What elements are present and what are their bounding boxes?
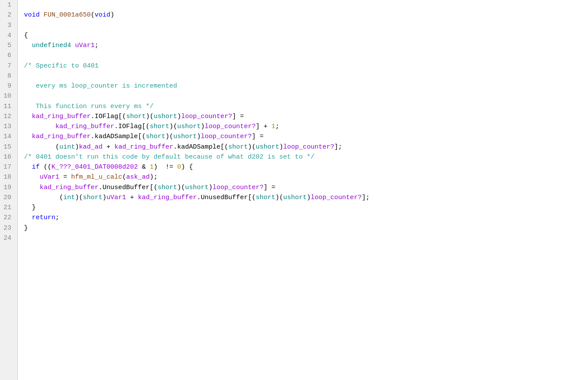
code-line-3 bbox=[24, 20, 588, 31]
line-num-11: 11 bbox=[3, 102, 14, 112]
code-line-7: /* Specific to 0401 bbox=[24, 61, 588, 71]
line-num-2: 2 bbox=[3, 10, 14, 20]
code-line-1 bbox=[24, 0, 588, 10]
code-line-11: This function runs every ms */ bbox=[24, 102, 588, 112]
code-line-15: (uint)kad_ad + kad_ring_buffer.kadADSamp… bbox=[24, 142, 588, 152]
line-num-15: 15 bbox=[3, 142, 14, 152]
code-text-area[interactable]: void FUN_0001a650(void) { undefined4 uVa… bbox=[18, 0, 588, 380]
code-line-14: kad_ring_buffer.kadADSample[(short)(usho… bbox=[24, 132, 588, 142]
code-line-10 bbox=[24, 91, 588, 101]
line-num-20: 20 bbox=[3, 193, 14, 203]
code-line-22: return; bbox=[24, 213, 588, 223]
code-line-18: uVar1 = hfm_ml_u_calc(ask_ad); bbox=[24, 172, 588, 182]
code-line-2: void FUN_0001a650(void) bbox=[24, 10, 588, 20]
line-num-6: 6 bbox=[3, 51, 14, 61]
code-line-8 bbox=[24, 71, 588, 81]
code-line-17: if ((K_???_0401_DAT0008d202 & 1) != 0) { bbox=[24, 162, 588, 172]
code-line-5: undefined4 uVar1; bbox=[24, 41, 588, 51]
line-num-5: 5 bbox=[3, 41, 14, 51]
line-num-18: 18 bbox=[3, 172, 14, 182]
code-line-21: } bbox=[24, 203, 588, 213]
line-num-13: 13 bbox=[3, 122, 14, 132]
line-num-4: 4 bbox=[3, 31, 14, 41]
code-line-20: (int)(short)uVar1 + kad_ring_buffer.Unus… bbox=[24, 193, 588, 203]
code-editor: 1 2 3 4 5 6 7 8 9 10 11 12 13 14 15 16 1… bbox=[0, 0, 588, 380]
line-num-1: 1 bbox=[3, 0, 14, 10]
line-num-9: 9 bbox=[3, 81, 14, 91]
code-line-19: kad_ring_buffer.UnusedBuffer[(short)(ush… bbox=[24, 183, 588, 193]
line-num-17: 17 bbox=[3, 162, 14, 172]
line-num-8: 8 bbox=[3, 71, 14, 81]
line-num-24: 24 bbox=[3, 233, 14, 243]
line-num-21: 21 bbox=[3, 203, 14, 213]
line-num-10: 10 bbox=[3, 91, 14, 101]
code-line-13: kad_ring_buffer.IOFlag[(short)(ushort)lo… bbox=[24, 122, 588, 132]
code-line-24 bbox=[24, 233, 588, 243]
line-num-3: 3 bbox=[3, 20, 14, 31]
code-line-23: } bbox=[24, 223, 588, 233]
line-num-19: 19 bbox=[3, 183, 14, 193]
code-line-9: every ms loop_counter is incremented bbox=[24, 81, 588, 91]
code-line-4: { bbox=[24, 31, 588, 41]
code-line-16: /* 0401 doesn't run this code by default… bbox=[24, 152, 588, 162]
line-number-gutter: 1 2 3 4 5 6 7 8 9 10 11 12 13 14 15 16 1… bbox=[0, 0, 18, 380]
code-line-12: kad_ring_buffer.IOFlag[(short)(ushort)lo… bbox=[24, 112, 588, 122]
line-num-22: 22 bbox=[3, 213, 14, 223]
line-num-16: 16 bbox=[3, 152, 14, 162]
line-num-12: 12 bbox=[3, 112, 14, 122]
line-num-14: 14 bbox=[3, 132, 14, 142]
line-num-23: 23 bbox=[3, 223, 14, 233]
line-num-7: 7 bbox=[3, 61, 14, 71]
code-line-6 bbox=[24, 51, 588, 61]
